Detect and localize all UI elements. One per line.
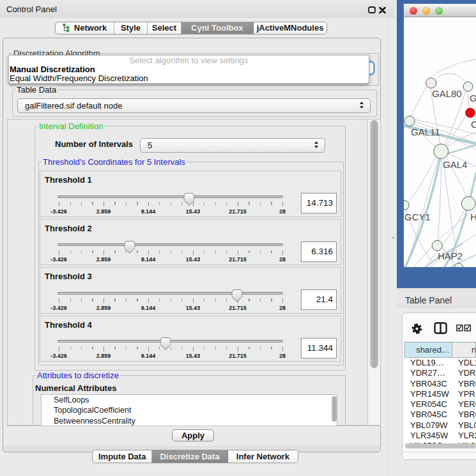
svg-text:GAL11: GAL11 — [411, 127, 440, 137]
svg-text:CD: CD — [471, 119, 476, 130]
svg-text:HA: HA — [470, 211, 476, 222]
svg-text:GAL80: GAL80 — [432, 88, 462, 99]
svg-text:HAP2: HAP2 — [438, 250, 463, 261]
svg-text:GAL4: GAL4 — [443, 159, 467, 170]
svg-text:GA: GA — [470, 93, 476, 104]
svg-text:GCY1: GCY1 — [404, 211, 431, 222]
